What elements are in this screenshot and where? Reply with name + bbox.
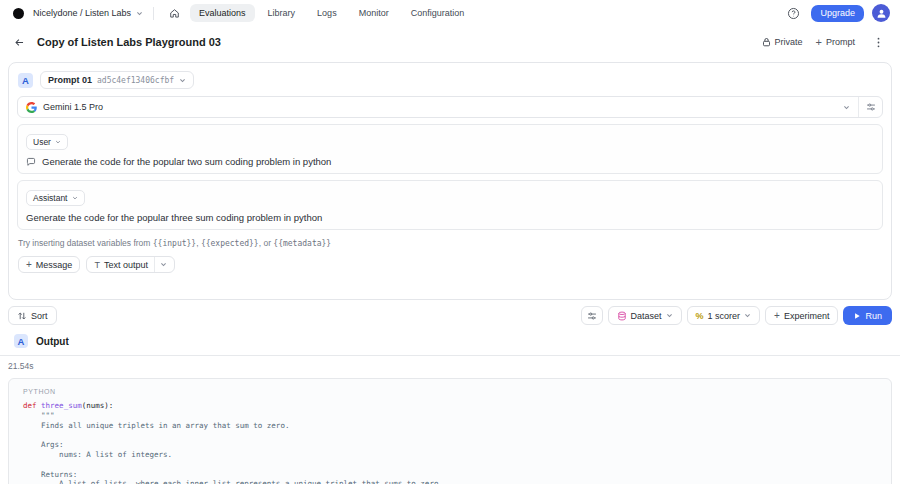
- code-line: [23, 430, 877, 440]
- output-type-label: Text output: [104, 260, 148, 270]
- run-label: Run: [865, 311, 882, 321]
- user-message-text[interactable]: Generate the code for the popular two su…: [42, 156, 331, 167]
- code-line: Args:: [23, 440, 877, 450]
- hint-sep2: , or: [259, 238, 274, 248]
- assistant-role-selector[interactable]: Assistant: [26, 190, 85, 206]
- workspace-switcher[interactable]: Nicelydone / Listen Labs: [33, 8, 143, 18]
- prompt-name: Prompt 01: [48, 75, 92, 85]
- plus-icon: +: [816, 36, 822, 48]
- tab-monitor[interactable]: Monitor: [350, 4, 398, 22]
- add-message-label: Message: [36, 260, 73, 270]
- user-icon: [876, 8, 887, 19]
- model-settings-button[interactable]: [858, 97, 882, 117]
- code-line: nums: A list of integers.: [23, 450, 877, 460]
- chevron-down-icon: [179, 77, 186, 84]
- back-button[interactable]: [10, 33, 28, 51]
- hint-prefix: Try inserting dataset variables from: [18, 238, 153, 248]
- title-actions: Private + Prompt: [762, 32, 888, 52]
- more-options-button[interactable]: [868, 32, 888, 52]
- help-button[interactable]: [783, 3, 803, 23]
- code-line: Finds all unique triplets in an array th…: [23, 421, 877, 431]
- nav-tabs: Evaluations Library Logs Monitor Configu…: [190, 4, 473, 22]
- page-title: Copy of Listen Labs Playground 03: [37, 36, 221, 48]
- top-nav: Nicelydone / Listen Labs Evaluations Lib…: [0, 0, 900, 26]
- sort-icon: [17, 311, 27, 321]
- dataset-label: Dataset: [631, 311, 662, 321]
- prompt-id: ad5c4ef13406cfbf: [97, 76, 174, 85]
- chevron-down-icon: [666, 312, 673, 319]
- privacy-label: Private: [775, 37, 803, 47]
- chevron-down-icon: [72, 195, 78, 201]
- title-left: Copy of Listen Labs Playground 03: [10, 33, 221, 51]
- text-type-icon: T: [94, 260, 100, 270]
- add-prompt-button[interactable]: + Prompt: [816, 36, 855, 48]
- output-header: A Output: [0, 334, 900, 356]
- sliders-icon: [866, 102, 876, 112]
- code-lines: def three_sum(nums): """ Finds all uniqu…: [23, 401, 877, 484]
- prompt-selector[interactable]: Prompt 01 ad5c4ef13406cfbf: [40, 71, 194, 89]
- playground-toolbar: Sort Dataset % 1 scorer + Experiment: [8, 306, 892, 325]
- plus-icon: +: [26, 260, 32, 270]
- sliders-icon: [587, 311, 597, 321]
- chevron-down-icon: [55, 139, 61, 145]
- upgrade-button[interactable]: Upgrade: [811, 5, 864, 22]
- user-message-line: Generate the code for the popular two su…: [26, 156, 874, 167]
- code-line: """: [23, 411, 877, 421]
- assistant-role-label: Assistant: [33, 193, 68, 203]
- add-prompt-label: Prompt: [826, 37, 855, 47]
- output-type-button[interactable]: T Text output: [86, 256, 175, 273]
- user-role-selector[interactable]: User: [26, 134, 68, 150]
- scorer-label: 1 scorer: [708, 311, 741, 321]
- code-language-label: PYTHON: [23, 388, 877, 395]
- prompt-card: A Prompt 01 ad5c4ef13406cfbf Gemini 1.5 …: [8, 62, 892, 300]
- sort-button[interactable]: Sort: [8, 306, 57, 325]
- code-line: def three_sum(nums):: [23, 401, 877, 411]
- tab-evaluations[interactable]: Evaluations: [190, 4, 255, 22]
- experiment-label: Experiment: [784, 311, 830, 321]
- privacy-button[interactable]: Private: [762, 37, 803, 47]
- experiment-button[interactable]: + Experiment: [765, 306, 838, 325]
- model-selector[interactable]: Gemini 1.5 Pro: [18, 97, 858, 117]
- assistant-message-line: Generate the code for the popular three …: [26, 212, 874, 223]
- avatar[interactable]: [872, 4, 890, 22]
- app-logo-icon[interactable]: [13, 8, 24, 19]
- tab-logs[interactable]: Logs: [308, 4, 346, 22]
- help-icon: [787, 7, 800, 20]
- assistant-message-text[interactable]: Generate the code for the popular three …: [26, 212, 322, 223]
- code-line: A list of lists, where each inner list r…: [23, 479, 877, 484]
- layout-settings-button[interactable]: [581, 306, 603, 325]
- nav-left: Nicelydone / Listen Labs Evaluations Lib…: [13, 3, 473, 23]
- message-actions-row: + Message T Text output: [18, 256, 883, 273]
- var-input: {{input}}: [153, 239, 196, 248]
- output-badge: A: [14, 334, 28, 348]
- var-expected: {{expected}}: [201, 239, 259, 248]
- nav-right: Upgrade: [783, 3, 890, 23]
- scorer-button[interactable]: % 1 scorer: [687, 306, 761, 325]
- model-name: Gemini 1.5 Pro: [43, 102, 837, 112]
- database-icon: [617, 311, 627, 321]
- add-message-button[interactable]: + Message: [18, 256, 80, 273]
- arrow-left-icon: [14, 37, 25, 48]
- run-button[interactable]: Run: [843, 306, 892, 325]
- user-message-block[interactable]: User Generate the code for the popular t…: [17, 124, 883, 174]
- home-icon: [169, 8, 180, 19]
- nav-divider: [153, 7, 154, 20]
- chevron-down-icon: [136, 10, 143, 17]
- percent-icon: %: [696, 311, 704, 321]
- lock-icon: [762, 37, 771, 47]
- play-icon: [853, 312, 861, 320]
- home-button[interactable]: [164, 3, 184, 23]
- assistant-message-block[interactable]: Assistant Generate the code for the popu…: [17, 180, 883, 230]
- dataset-button[interactable]: Dataset: [608, 306, 682, 325]
- tab-configuration[interactable]: Configuration: [402, 4, 474, 22]
- tab-library[interactable]: Library: [259, 4, 305, 22]
- code-line: Returns:: [23, 470, 877, 480]
- var-metadata: {{metadata}}: [273, 239, 331, 248]
- prompt-badge: A: [18, 73, 33, 88]
- toolbar-right: Dataset % 1 scorer + Experiment Run: [581, 306, 892, 325]
- model-row: Gemini 1.5 Pro: [17, 96, 883, 118]
- dataset-variables-hint: Try inserting dataset variables from {{i…: [18, 238, 883, 248]
- code-line: [23, 460, 877, 470]
- output-code-block[interactable]: PYTHON def three_sum(nums): """ Finds al…: [8, 378, 892, 484]
- sort-label: Sort: [31, 311, 48, 321]
